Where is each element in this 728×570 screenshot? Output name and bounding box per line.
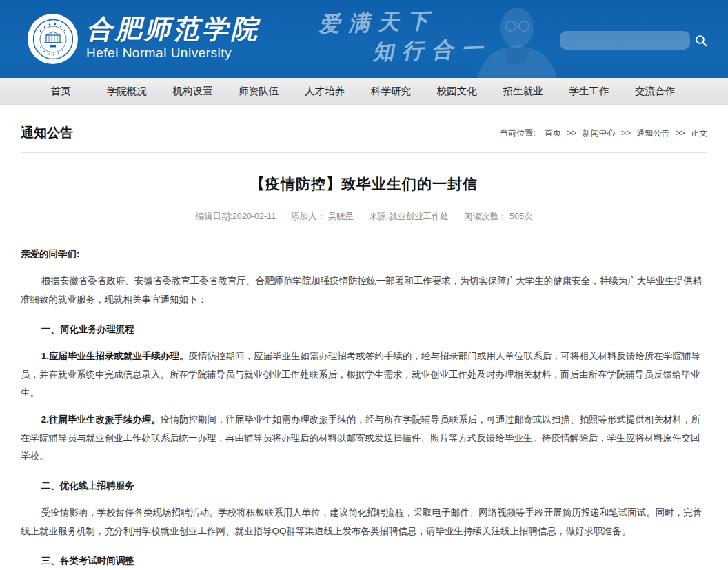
breadcrumb-separator: >> xyxy=(673,128,687,138)
article-paragraph: 受疫情影响，学校暂停各类现场招聘活动。学校将积极联系用人单位，建议简化招聘流程，… xyxy=(21,504,707,540)
nav-item-10[interactable]: 交流合作 xyxy=(622,78,688,104)
university-seal-icon xyxy=(28,14,78,64)
nav-item-1[interactable]: 首页 xyxy=(28,78,94,104)
nav-item-4[interactable]: 师资队伍 xyxy=(225,78,292,104)
article-meta: 编辑日期:2020-02-11添加人： 吴晓星来源:就业创业工作处阅读次数： 5… xyxy=(21,211,707,223)
article-title: 【疫情防控】致毕业生们的一封信 xyxy=(21,174,707,194)
breadcrumb-link-1[interactable]: 首页 xyxy=(545,128,561,138)
search-icon xyxy=(695,34,707,47)
meta-field-2: 添加人： 吴晓星 xyxy=(291,212,354,221)
breadcrumb-link-3[interactable]: 通知公告 xyxy=(636,128,669,138)
main-nav-list: 首页学院概况机构设置师资队伍人才培养科学研究校园文化招生就业学生工作交流合作 xyxy=(0,78,728,104)
article-paragraph: 1.应届毕业生招录或就业手续办理。疫情防控期间，应届毕业生如需办理招考或签约手续… xyxy=(21,347,707,402)
article-paragraph: 2.往届毕业生改派手续办理。疫情防控期间，往届毕业生如需办理改派手续的，经与所在… xyxy=(21,411,707,465)
breadcrumb-items: 首页 >> 新闻中心 >> 通知公告 >> 正文 xyxy=(538,128,707,138)
article-paragraph: 根据安徽省委省政府、安徽省委教育工委省教育厅、合肥师范学院加强疫情防控统一部署和… xyxy=(21,272,707,309)
section-heading: 一、简化业务办理流程 xyxy=(21,320,707,338)
nav-item-3[interactable]: 机构设置 xyxy=(160,78,226,104)
nav-item-9[interactable]: 学生工作 xyxy=(556,78,622,104)
page-title: 通知公告 xyxy=(21,124,73,142)
paragraph-lead: 2.往届毕业生改派手续办理。 xyxy=(41,414,161,425)
nav-item-5[interactable]: 人才培养 xyxy=(292,78,358,104)
breadcrumb-separator: >> xyxy=(619,128,634,138)
main-nav: 首页学院概况机构设置师资队伍人才培养科学研究校园文化招生就业学生工作交流合作 xyxy=(0,78,728,105)
meta-field-1: 编辑日期:2020-02-11 xyxy=(196,212,276,221)
university-name-block: 合肥师范学院 Hefei Normal University xyxy=(86,15,260,61)
nav-item-2[interactable]: 学院概况 xyxy=(94,78,160,104)
content-area: 通知公告 当前位置: 首页 >> 新闻中心 >> 通知公告 >> 正文 【疫情防… xyxy=(21,105,707,570)
breadcrumb-link-4: 正文 xyxy=(691,128,707,138)
search-button[interactable] xyxy=(695,34,712,47)
section-heading: 二、优化线上招聘服务 xyxy=(21,477,707,495)
motto-line-1: 爱满天下 xyxy=(318,6,437,39)
section-heading: 三、各类考试时间调整 xyxy=(21,552,707,570)
site-header: 合肥师范学院 Hefei Normal University 爱满天下 知行合一 xyxy=(0,0,728,78)
article-body: 亲爱的同学们:根据安徽省委省政府、安徽省委教育工委省教育厅、合肥师范学院加强疫情… xyxy=(21,245,707,570)
search-input[interactable] xyxy=(560,31,695,50)
nav-item-7[interactable]: 校园文化 xyxy=(424,78,490,104)
paragraph-lead: 1.应届毕业生招录或就业手续办理。 xyxy=(41,351,189,361)
university-name-cn: 合肥师范学院 xyxy=(86,15,260,44)
university-logo[interactable]: 合肥师范学院 Hefei Normal University xyxy=(28,14,260,64)
search-box xyxy=(560,31,690,50)
meta-field-3: 来源:就业创业工作处 xyxy=(369,212,449,221)
section-header-row: 通知公告 当前位置: 首页 >> 新闻中心 >> 通知公告 >> 正文 xyxy=(21,105,707,153)
breadcrumb: 当前位置: 首页 >> 新闻中心 >> 通知公告 >> 正文 xyxy=(500,128,707,139)
university-name-en: Hefei Normal University xyxy=(86,45,260,61)
meta-field-4: 阅读次数： 505次 xyxy=(464,212,532,221)
nav-item-6[interactable]: 科学研究 xyxy=(358,78,424,104)
tao-xingzhi-statue-image xyxy=(463,0,567,78)
breadcrumb-link-2[interactable]: 新闻中心 xyxy=(583,128,616,138)
breadcrumb-separator: >> xyxy=(565,128,579,138)
meta-divider xyxy=(21,234,707,234)
article-paragraph: 亲爱的同学们: xyxy=(21,245,707,263)
nav-item-8[interactable]: 招生就业 xyxy=(490,78,556,104)
breadcrumb-label: 当前位置: xyxy=(500,128,535,138)
